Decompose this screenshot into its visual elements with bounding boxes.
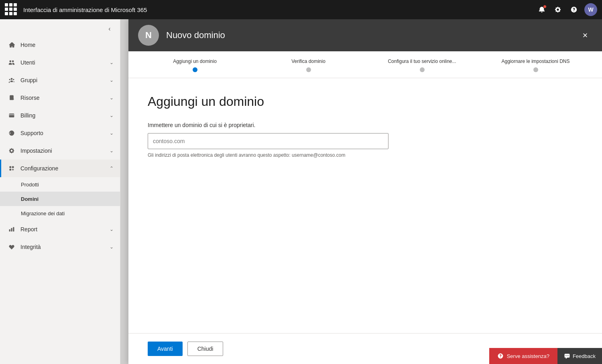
- step-1-dot: [193, 67, 197, 72]
- step-1[interactable]: Aggiungi un dominio: [138, 59, 252, 78]
- sidebar-collapse-area: ‹: [0, 19, 120, 36]
- sidebar-label-gruppi: Gruppi: [20, 77, 110, 83]
- chevron-down-icon: ⌄: [110, 244, 114, 250]
- sidebar-item-configurazione[interactable]: Configurazione ⌃: [0, 160, 120, 177]
- sidebar-label-supporto: Supporto: [20, 130, 110, 136]
- step-4-dot: [533, 67, 538, 72]
- users-icon: [8, 59, 16, 67]
- sidebar-item-risorse[interactable]: Risorse ⌄: [0, 89, 120, 107]
- panel-overlay: N Nuovo dominio Aggiungi un dominio Veri…: [120, 19, 602, 364]
- svg-rect-0: [9, 113, 14, 117]
- step-3-dot: [420, 67, 425, 72]
- sidebar-sublabel-prodotti: Prodotti: [21, 182, 39, 188]
- chevron-down-icon: ⌄: [110, 60, 114, 65]
- panel-body: Aggiungi un dominio Immettere un dominio…: [128, 78, 602, 333]
- health-icon: [8, 243, 16, 251]
- step-2-dot: [306, 67, 311, 72]
- app-title: Interfaccia di amministrazione di Micros…: [23, 6, 535, 13]
- topbar: Interfaccia di amministrazione di Micros…: [0, 0, 602, 19]
- chevron-down-icon: ⌄: [110, 148, 114, 154]
- sidebar: ‹ Home Utenti ⌄ Gruppi ⌄: [0, 19, 120, 364]
- sidebar-item-home[interactable]: Home: [0, 36, 120, 54]
- sidebar-item-billing[interactable]: Billing ⌄: [0, 107, 120, 124]
- sidebar-label-billing: Billing: [20, 112, 110, 119]
- panel-close-button[interactable]: [578, 28, 592, 42]
- config-icon: [8, 164, 16, 172]
- sidebar-item-gruppi[interactable]: Gruppi ⌄: [0, 71, 120, 89]
- sidebar-label-report: Report: [20, 226, 110, 233]
- sidebar-label-utenti: Utenti: [20, 59, 110, 66]
- apps-grid-icon[interactable]: [5, 3, 18, 16]
- help-button[interactable]: [567, 2, 581, 17]
- settings-icon: [8, 147, 16, 155]
- billing-icon: [8, 111, 16, 119]
- sidebar-label-configurazione: Configurazione: [20, 165, 110, 172]
- close-button[interactable]: Chiudi: [187, 342, 224, 356]
- sidebar-subitem-prodotti[interactable]: Prodotti: [0, 177, 120, 192]
- steps-bar: Aggiungi un dominio Verifica dominio Con…: [128, 51, 602, 78]
- feedback-button[interactable]: Feedback: [557, 348, 602, 364]
- step-4-label: Aggiornare le impostazioni DNS: [501, 59, 569, 64]
- chevron-down-icon: ⌄: [110, 226, 114, 232]
- domain-input[interactable]: [148, 133, 388, 149]
- chevron-down-icon: ⌄: [110, 113, 114, 118]
- step-4[interactable]: Aggiornare le impostazioni DNS: [479, 59, 592, 78]
- collapse-sidebar-button[interactable]: ‹: [104, 23, 115, 34]
- sidebar-label-impostazioni: Impostazioni: [20, 148, 110, 154]
- step-3-label: Configura il tuo servizio online...: [388, 59, 456, 64]
- topbar-actions: W: [535, 2, 597, 17]
- user-avatar[interactable]: W: [584, 3, 597, 16]
- groups-icon: [8, 76, 16, 84]
- step-2-label: Verifica dominio: [291, 59, 325, 64]
- next-button[interactable]: Avanti: [148, 342, 183, 356]
- form-description: Immettere un dominio di cui si è proprie…: [148, 122, 583, 128]
- sidebar-label-risorse: Risorse: [20, 95, 110, 101]
- sidebar-label-home: Home: [20, 42, 114, 48]
- step-3[interactable]: Configura il tuo servizio online...: [365, 59, 479, 78]
- support-icon: [8, 129, 16, 137]
- sidebar-label-integrita: Integrità: [20, 244, 110, 250]
- chevron-up-icon: ⌃: [110, 166, 114, 171]
- notifications-button[interactable]: [535, 2, 549, 17]
- feedback-label: Feedback: [573, 353, 596, 359]
- sidebar-item-report[interactable]: Report ⌄: [0, 220, 120, 238]
- help-bar: Serve assistenza? Feedback: [489, 348, 602, 364]
- sidebar-subitem-domini[interactable]: Domini: [0, 192, 120, 206]
- content-area: Hom... N Nuovo dominio Aggiungi un domin…: [120, 19, 602, 364]
- step-1-label: Aggiungi un dominio: [173, 59, 217, 64]
- sidebar-item-impostazioni[interactable]: Impostazioni ⌄: [0, 142, 120, 160]
- serve-assistenza-button[interactable]: Serve assistenza?: [489, 348, 557, 364]
- main-layout: ‹ Home Utenti ⌄ Gruppi ⌄: [0, 19, 602, 364]
- home-icon: [8, 41, 16, 49]
- domain-hint: Gli indirizzi di posta elettronica degli…: [148, 152, 583, 158]
- sidebar-item-utenti[interactable]: Utenti ⌄: [0, 54, 120, 71]
- panel-header: N Nuovo dominio: [128, 19, 602, 51]
- chevron-down-icon: ⌄: [110, 95, 114, 101]
- chevron-down-icon: ⌄: [110, 77, 114, 83]
- section-title: Aggiungi un dominio: [148, 94, 583, 109]
- panel-avatar: N: [138, 25, 159, 46]
- resources-icon: [8, 94, 16, 102]
- panel: N Nuovo dominio Aggiungi un dominio Veri…: [128, 19, 602, 364]
- help-label: Serve assistenza?: [507, 353, 549, 359]
- panel-title: Nuovo dominio: [166, 30, 578, 40]
- report-icon: [8, 225, 16, 233]
- settings-button[interactable]: [551, 2, 565, 17]
- sidebar-sublabel-migrazione: Migrazione dei dati: [21, 210, 65, 216]
- sidebar-item-integrita[interactable]: Integrità ⌄: [0, 238, 120, 256]
- chevron-down-icon: ⌄: [110, 130, 114, 136]
- sidebar-item-supporto[interactable]: Supporto ⌄: [0, 124, 120, 142]
- step-2[interactable]: Verifica dominio: [252, 59, 365, 78]
- sidebar-sublabel-domini: Domini: [21, 196, 39, 202]
- sidebar-subitem-migrazione[interactable]: Migrazione dei dati: [0, 206, 120, 220]
